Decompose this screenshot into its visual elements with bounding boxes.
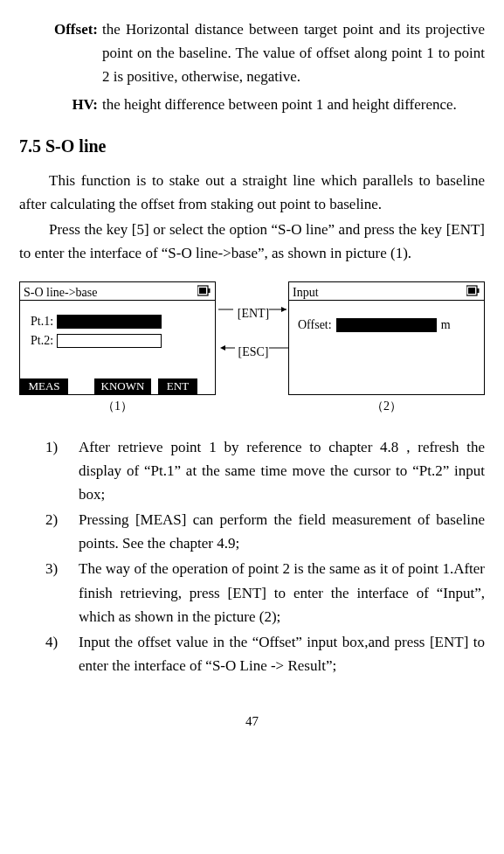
page-number: 47: [19, 711, 485, 732]
battery-icon-2: [466, 285, 480, 296]
pt2-row: Pt.2:: [31, 331, 162, 351]
offset-term: Offset:: [19, 17, 102, 41]
screen-2-caption: （2）: [288, 397, 485, 416]
pt1-input[interactable]: [57, 315, 162, 329]
screen-1-divider: [20, 300, 215, 301]
step-2: Pressing [MEAS] can perform the field me…: [19, 508, 485, 555]
screen-2: Input Offset: m: [288, 281, 485, 395]
intro-paragraph-1: This function is to stake out a straight…: [19, 169, 485, 216]
unit-label: m: [441, 316, 451, 335]
svg-rect-10: [468, 288, 475, 294]
svg-rect-1: [199, 288, 206, 294]
screen-1-caption: （1）: [19, 397, 216, 416]
button-bar: MEAS KNOWN ENT: [20, 378, 215, 394]
offset-label: Offset:: [298, 316, 332, 335]
svg-rect-11: [477, 288, 480, 293]
step-1: After retrieve point 1 by reference to c…: [19, 435, 485, 507]
offset-row: Offset: m: [298, 316, 451, 335]
ent-arrow-label: [ENT]: [217, 304, 290, 323]
pt1-row: Pt.1:: [31, 312, 162, 331]
hv-definition: HV: the height difference between point …: [19, 93, 485, 116]
pt1-label: Pt.1:: [31, 312, 53, 331]
step-4: Input the offset value in the “Offset” i…: [19, 630, 485, 677]
hv-term: HV:: [19, 93, 102, 116]
button-gap-1: [68, 378, 94, 394]
screen-1: S-O line->base Pt.1: Pt.2: MEAS K: [19, 281, 216, 395]
screen-2-wrap: Input Offset: m （2）: [288, 281, 485, 416]
step-3: The way of the operation of point 2 is t…: [19, 557, 485, 628]
meas-button[interactable]: MEAS: [20, 378, 68, 394]
offset-definition: Offset: the Horizontal distance between …: [19, 17, 485, 89]
screen-2-divider: [289, 300, 484, 301]
transition-arrows: [ENT] [ESC]: [217, 281, 290, 395]
offset-body: the Horizontal distance between target p…: [102, 17, 485, 89]
steps-list: After retrieve point 1 by reference to c…: [19, 435, 485, 678]
esc-arrow-label: [ESC]: [217, 343, 290, 362]
battery-icon: [197, 285, 211, 296]
pt2-label: Pt.2:: [31, 331, 53, 351]
section-title: 7.5 S-O line: [19, 132, 485, 160]
offset-input[interactable]: [336, 318, 437, 332]
pt2-input[interactable]: [57, 334, 162, 348]
svg-rect-2: [208, 288, 211, 293]
hv-body: the height difference between point 1 an…: [102, 93, 485, 116]
ent-button[interactable]: ENT: [158, 378, 197, 394]
screen-1-wrap: S-O line->base Pt.1: Pt.2: MEAS K: [19, 281, 216, 416]
button-gap-2: [151, 378, 158, 394]
known-button[interactable]: KNOWN: [94, 378, 151, 394]
intro-paragraph-2: Press the key [5] or select the option “…: [19, 218, 485, 265]
diagram: S-O line->base Pt.1: Pt.2: MEAS K: [19, 281, 485, 421]
